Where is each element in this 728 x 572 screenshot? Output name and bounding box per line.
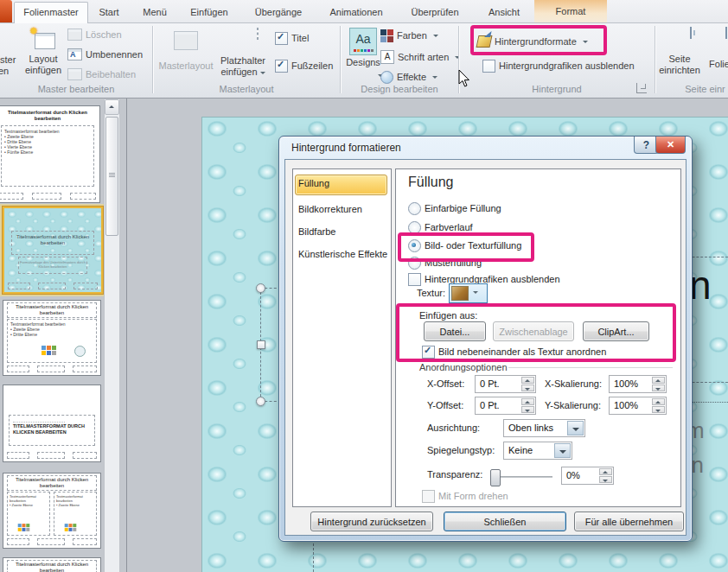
selection-handle-middle[interactable] — [257, 340, 265, 349]
scrollbar-thumb[interactable] — [105, 117, 118, 236]
hintergrundgrafiken-label: Hintergrundgrafiken ausblenden — [499, 60, 635, 72]
thumbnail-title-layout-selected[interactable]: Titelmasterformat durch Klicken bearbeit… — [3, 207, 103, 294]
nav-item-bildkorrekturen[interactable]: Bildkorrekturen — [298, 204, 362, 214]
seite-label2: einrichten — [656, 65, 703, 76]
tab-animationen[interactable]: Animationen — [316, 3, 396, 22]
nav-item-kuenstlerische-effekte[interactable]: Künstlerische Effekte — [298, 249, 387, 259]
section-title: Füllung — [408, 175, 453, 190]
radio-einfarbige-label: Einfarbige Füllung — [425, 203, 501, 213]
thumbnail-master-slide[interactable]: Titelmasterformat durch Klicken bearbeit… — [0, 105, 100, 203]
titel-checkbox[interactable]: Titel — [275, 29, 309, 47]
beibehalten-button[interactable]: Beibehalten — [67, 66, 136, 83]
preserve-slide-icon — [67, 68, 82, 80]
hintergrundgrafiken-checkbox[interactable]: Hintergrundgrafiken ausblenden — [482, 57, 635, 74]
textur-label: Textur: — [417, 288, 445, 298]
layout-einfuegen-button[interactable]: ✹ Layout einfügen — [24, 26, 62, 79]
radio-farbverlauf-label: Farbverlauf — [425, 222, 473, 232]
x-skalierung-field[interactable]: 100% — [609, 375, 667, 393]
mit-form-drehen-checkbox[interactable] — [422, 490, 435, 503]
grafiken-ausblenden-checkbox[interactable] — [408, 273, 421, 286]
titel-checkbox-icon[interactable] — [275, 32, 288, 45]
tab-ueberpruefen[interactable]: Überprüfen — [396, 3, 474, 22]
clipart-button[interactable]: ClipArt... — [583, 321, 649, 341]
tab-folienmaster[interactable]: Folienmaster — [14, 2, 88, 23]
platzhalter-label1: Platzhalter — [216, 55, 270, 67]
thumbnail-section-header-layout[interactable]: TITELMASTERFORMAT DURCH KLICKEN BEARBEIT… — [3, 385, 101, 462]
y-offset-label: Y-Offset: — [427, 400, 463, 410]
transparenz-field[interactable]: 0% — [561, 467, 614, 485]
masterlayout-button[interactable]: Masterlayout — [158, 26, 214, 79]
tab-format[interactable]: Format — [534, 0, 607, 22]
scroll-up-button[interactable] — [105, 99, 119, 115]
designs-button[interactable]: Aa Designs — [345, 26, 381, 81]
x-offset-field[interactable]: 0 Pt. — [475, 375, 536, 393]
thumbnail-content-layout[interactable]: Titelmasterformat durch Klicken bearbeit… — [3, 300, 101, 376]
radio-bild-texturfuellung[interactable] — [408, 239, 421, 252]
dialog-close-button[interactable]: ✕ — [655, 137, 686, 154]
fusszeilen-checkbox-icon[interactable] — [275, 60, 288, 73]
thumb1-title: Titelmasterformat durch Klicken bearbeit… — [0, 110, 99, 122]
selection-handle-bottom[interactable] — [256, 397, 265, 406]
fuer-alle-uebernehmen-button[interactable]: Für alle übernehmen — [574, 512, 684, 531]
thumbnail-two-content-layout[interactable]: Titelmasterformat durch Klicken bearbeit… — [3, 473, 101, 549]
titel-label: Titel — [291, 33, 309, 44]
umbenennen-button[interactable]: A Umbenennen — [67, 46, 143, 63]
group-label-design-bearbeiten: Design bearbeiten — [341, 83, 458, 95]
clipart-label: ClipArt... — [597, 327, 634, 337]
clipped-button-line1: ster — [0, 54, 16, 66]
schliessen-button[interactable]: Schließen — [444, 512, 566, 531]
fusszeilen-checkbox[interactable]: Fußzeilen — [275, 57, 333, 74]
dropdown-arrow-icon — [260, 72, 265, 77]
y-skalierung-label: Y-Skalierung: — [545, 400, 601, 410]
close-icon: ✕ — [667, 139, 674, 150]
spiegelungstyp-dropdown[interactable]: Keine — [503, 442, 572, 460]
nav-item-bildfarbe[interactable]: Bildfarbe — [298, 226, 335, 237]
folie-button[interactable]: Folie — [702, 26, 728, 79]
dialog-launcher-icon[interactable] — [636, 83, 647, 93]
datei-button[interactable]: Datei... — [424, 321, 486, 341]
tab-einfuegen[interactable]: Einfügen — [178, 3, 240, 22]
apply-all-label: Für alle übernehmen — [585, 517, 674, 527]
sidebar-scrollbar[interactable] — [104, 99, 120, 572]
reset-label: Hintergrund zurücksetzen — [317, 517, 425, 527]
hintergrundformate-button[interactable]: Hintergrundformate — [477, 33, 588, 50]
dropdown-arrow-icon[interactable] — [554, 443, 571, 458]
seite-einrichten-button[interactable]: Seite einrichten — [659, 26, 700, 79]
platzhalter-einfuegen-button[interactable]: Platzhalter einfügen — [216, 26, 270, 79]
radio-farbverlauf[interactable] — [408, 221, 421, 234]
x-offset-spinner[interactable] — [521, 377, 534, 391]
schriftarten-button[interactable]: A Schrift arten — [380, 48, 460, 66]
y-offset-field[interactable]: 0 Pt. — [475, 397, 536, 415]
textur-dropdown[interactable] — [449, 283, 488, 303]
transparenz-spinner[interactable] — [599, 468, 612, 483]
umbenennen-label: Umbenennen — [86, 49, 143, 60]
zwischenablage-label: Zwischenablage — [499, 327, 568, 337]
radio-einfarbige-fuellung[interactable] — [408, 202, 421, 215]
hintergrund-formatieren-dialog: Hintergrund formatieren ? ✕ Füllung Bild… — [278, 136, 693, 542]
thumb5-footer-placeholders — [7, 538, 97, 545]
x-skalierung-spinner[interactable] — [652, 377, 665, 391]
y-offset-spinner[interactable] — [521, 398, 534, 413]
file-tab[interactable] — [0, 0, 12, 22]
tab-ansicht[interactable]: Ansicht — [474, 3, 534, 22]
y-skalierung-field[interactable]: 100% — [609, 397, 667, 415]
transparenz-slider-thumb[interactable] — [490, 469, 501, 486]
tab-menu[interactable]: Menü — [131, 3, 178, 22]
radio-musterfuellung[interactable] — [408, 257, 421, 270]
farben-icon — [380, 29, 393, 42]
y-skalierung-spinner[interactable] — [652, 398, 665, 413]
farben-button[interactable]: Farben — [380, 27, 438, 44]
tab-start[interactable]: Start — [86, 3, 131, 22]
tile-checkbox[interactable] — [422, 346, 435, 359]
nav-item-fuellung[interactable]: Füllung — [298, 178, 329, 188]
datei-label: Datei... — [440, 327, 470, 337]
selection-handle-top[interactable] — [256, 283, 265, 293]
tab-uebergaenge[interactable]: Übergänge — [240, 3, 316, 22]
zwischenablage-button[interactable]: Zwischenablage — [493, 321, 574, 341]
hintergrund-zuruecksetzen-button[interactable]: Hintergrund zurücksetzen — [310, 512, 433, 531]
hintergrundgrafiken-checkbox-icon[interactable] — [482, 60, 495, 73]
loeschen-button[interactable]: Löschen — [67, 26, 122, 43]
thumbnail-partial[interactable]: Titelmasterformat durch Klicken bearbeit… — [3, 557, 101, 572]
dropdown-arrow-icon[interactable] — [567, 421, 584, 435]
ausrichtung-dropdown[interactable]: Oben links — [503, 419, 585, 437]
